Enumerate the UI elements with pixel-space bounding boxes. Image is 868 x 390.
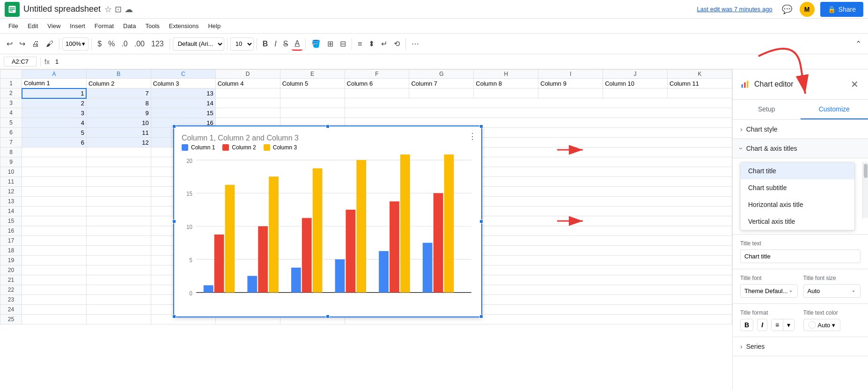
zoom-select[interactable]: 100% ▾ — [62, 37, 88, 51]
title-font-size-select[interactable]: Auto — [803, 284, 861, 298]
star-icon[interactable]: ☆ — [104, 4, 112, 15]
chart-handle-bl[interactable] — [172, 315, 176, 318]
merge-button[interactable]: ⊟ — [337, 37, 349, 50]
cell-b6[interactable]: 11 — [86, 128, 151, 138]
title-color-button[interactable]: Auto ▾ — [803, 319, 841, 331]
chart-handle-left[interactable] — [172, 220, 176, 223]
menu-extensions[interactable]: Extensions — [164, 21, 204, 31]
cell-b5[interactable]: 10 — [86, 118, 151, 128]
cell-h1[interactable]: Column 8 — [474, 79, 538, 88]
fill-color-button[interactable]: 🪣 — [309, 37, 324, 50]
col-header-f[interactable]: F — [345, 70, 409, 79]
font-size-select[interactable]: 10 — [230, 37, 254, 51]
col-header-i[interactable]: I — [538, 70, 603, 79]
font-select[interactable]: Default (Ari... — [173, 37, 224, 51]
col-header-b[interactable]: B — [86, 70, 151, 79]
chart-handle-tl[interactable] — [172, 125, 176, 128]
text-color-button[interactable]: A — [292, 37, 302, 51]
avatar-btn[interactable]: M — [800, 2, 815, 17]
menu-help[interactable]: Help — [203, 21, 225, 31]
cell-k1[interactable]: Column 11 — [668, 79, 732, 88]
cell-i2[interactable] — [538, 88, 603, 98]
cell-c1[interactable]: Column 3 — [151, 79, 215, 88]
menu-tools[interactable]: Tools — [140, 21, 164, 31]
cell-a4[interactable]: 3 — [22, 108, 87, 118]
col-header-k[interactable]: K — [668, 70, 732, 79]
text-rotate-button[interactable]: ⟲ — [391, 37, 403, 50]
drive-icon[interactable]: ⊡ — [115, 4, 122, 15]
dropdown-item-chart-title[interactable]: Chart title — [741, 162, 854, 179]
cell-a5[interactable]: 4 — [22, 118, 87, 128]
cell-e3[interactable] — [280, 98, 345, 108]
align-button[interactable]: ≡ — [355, 38, 365, 50]
cell-e2[interactable] — [280, 88, 345, 98]
valign-button[interactable]: ⬍ — [366, 37, 377, 50]
cell-k2[interactable] — [668, 88, 732, 98]
cell-b7[interactable]: 12 — [86, 138, 151, 147]
menu-file[interactable]: File — [4, 21, 23, 31]
series-section[interactable]: › Series — [733, 337, 868, 356]
collapse-toolbar-button[interactable]: ⌃ — [853, 37, 864, 50]
menu-data[interactable]: Data — [118, 21, 140, 31]
cell-c2[interactable]: 13 — [151, 88, 215, 98]
cell-h2[interactable] — [474, 88, 538, 98]
cell-d1[interactable]: Column 4 — [215, 79, 280, 88]
col-header-c[interactable]: C — [151, 70, 215, 79]
print-button[interactable]: 🖨 — [29, 38, 42, 50]
chart-more-options[interactable]: ⋮ — [468, 131, 477, 141]
chart-handle-top[interactable] — [326, 125, 330, 128]
cell-e1[interactable]: Column 5 — [280, 79, 345, 88]
col-header-j[interactable]: J — [603, 70, 668, 79]
chart-style-section[interactable]: › Chart style — [733, 120, 868, 139]
cell-d3[interactable] — [215, 98, 280, 108]
menu-view[interactable]: View — [43, 21, 65, 31]
cell-j2[interactable] — [603, 88, 668, 98]
format-123-button[interactable]: 123 — [148, 38, 167, 50]
cell-reference[interactable] — [4, 57, 37, 66]
dropdown-item-vertical-axis-title[interactable]: Vertical axis title — [741, 213, 854, 230]
chat-icon-btn[interactable]: 💬 — [780, 2, 794, 16]
undo-button[interactable]: ↩ — [4, 37, 15, 50]
currency-button[interactable]: $ — [95, 38, 104, 50]
last-edit[interactable]: Last edit was 7 minutes ago — [697, 6, 772, 13]
chart-axis-titles-section[interactable]: › Chart & axis titles — [733, 139, 868, 158]
formula-input[interactable] — [53, 57, 864, 66]
increase-decimal-button[interactable]: .00 — [132, 38, 147, 50]
cell-g2[interactable] — [409, 88, 474, 98]
title-bold-button[interactable]: B — [740, 319, 753, 331]
title-italic-button[interactable]: I — [757, 319, 767, 331]
menu-edit[interactable]: Edit — [23, 21, 43, 31]
cell-a2[interactable]: 1 — [22, 88, 87, 98]
share-button[interactable]: 🔒 Share — [820, 2, 863, 17]
cell-a3[interactable]: 2 — [22, 98, 87, 108]
col-header-d[interactable]: D — [215, 70, 280, 79]
cloud-icon[interactable]: ☁ — [125, 4, 133, 15]
cell-i1[interactable]: Column 9 — [538, 79, 603, 88]
dropdown-item-horizontal-axis-title[interactable]: Horizontal axis title — [741, 196, 854, 213]
cell-j1[interactable]: Column 10 — [603, 79, 668, 88]
chart-title-input[interactable] — [740, 250, 861, 263]
bold-button[interactable]: B — [260, 38, 271, 50]
cell-c3[interactable]: 14 — [151, 98, 215, 108]
title-align-dropdown-btn[interactable]: ▾ — [783, 319, 794, 331]
col-header-g[interactable]: G — [409, 70, 474, 79]
cell-b3[interactable]: 8 — [86, 98, 151, 108]
tab-customize[interactable]: Customize — [801, 100, 868, 119]
sheet-scroll[interactable]: A B C D E F G H I J K — [0, 69, 732, 390]
chart-handle-tr[interactable] — [479, 125, 483, 128]
cell-a1[interactable]: Column 1 — [22, 79, 87, 88]
tab-setup[interactable]: Setup — [733, 100, 801, 119]
cell-d4[interactable] — [215, 108, 280, 118]
chart-handle-right[interactable] — [479, 220, 483, 223]
cell-c4[interactable]: 15 — [151, 108, 215, 118]
strikethrough-button[interactable]: S — [280, 38, 291, 50]
cell-d2[interactable] — [215, 88, 280, 98]
chart-editor-close-button[interactable]: ✕ — [849, 77, 861, 92]
more-options-button[interactable]: ⋯ — [409, 37, 422, 50]
text-wrap-button[interactable]: ↵ — [378, 37, 390, 50]
decrease-decimal-button[interactable]: .0 — [118, 38, 130, 50]
paint-format-button[interactable]: 🖌 — [43, 38, 56, 50]
cell-g1[interactable]: Column 7 — [409, 79, 474, 88]
col-header-a[interactable]: A — [22, 70, 87, 79]
cell-f2[interactable] — [345, 88, 409, 98]
